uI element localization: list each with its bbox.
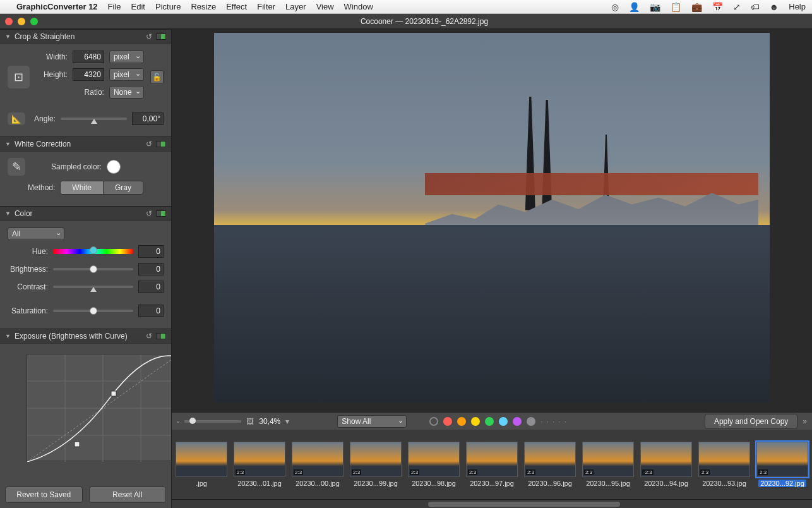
expand-icon[interactable]: ⤢ [733, 2, 741, 12]
thumbnail-image[interactable]: 2:3 [466, 442, 518, 477]
hue-slider[interactable] [53, 249, 133, 254]
panel-header-color[interactable]: ▼ Color ↺ [0, 206, 171, 221]
disclosure-icon[interactable]: ▼ [5, 33, 11, 40]
window-zoom-button[interactable] [30, 18, 38, 25]
panel-header-white[interactable]: ▼ White Correction ↺ [0, 136, 171, 152]
thumbnail-image[interactable]: 2:3 [350, 442, 402, 477]
thumbnail-item[interactable]: 2:320230...98.jpg [408, 442, 460, 487]
disclosure-icon[interactable]: ▼ [5, 333, 11, 339]
thumbnail-image[interactable]: 2:3 [292, 442, 343, 477]
thumbnail-image[interactable]: 2:3 [582, 442, 634, 477]
thumb-size-slider[interactable] [184, 420, 241, 423]
thumbnail-item[interactable]: 2:320230...92.jpg [756, 442, 808, 487]
panel-toggle[interactable] [156, 141, 166, 147]
menu-help[interactable]: Help [789, 2, 806, 11]
revert-button[interactable]: Revert to Saved [5, 487, 83, 503]
thumbnail-item[interactable]: 2:320230...95.jpg [582, 442, 634, 487]
menu-edit[interactable]: Edit [131, 2, 145, 11]
thumbnail-item[interactable]: .jpg [176, 442, 227, 487]
camera-icon[interactable]: 📷 [650, 2, 660, 12]
menu-layer[interactable]: Layer [285, 2, 306, 11]
label-purple[interactable] [513, 417, 522, 426]
thumbnail-image[interactable]: 2:3 [234, 442, 285, 477]
height-input[interactable] [73, 68, 104, 81]
height-unit-select[interactable]: pixel [109, 68, 144, 81]
menu-window[interactable]: Window [344, 2, 373, 11]
label-gray[interactable] [527, 417, 535, 426]
ratio-select[interactable]: None [109, 86, 144, 99]
angle-slider[interactable] [61, 118, 127, 120]
label-red[interactable] [443, 417, 452, 426]
hue-input[interactable] [138, 245, 164, 258]
disclosure-icon[interactable]: ▼ [5, 141, 11, 147]
brightness-input[interactable] [138, 263, 164, 275]
rating-dots[interactable]: ····· [540, 417, 570, 426]
menu-effect[interactable]: Effect [226, 2, 247, 11]
label-yellow[interactable] [471, 417, 480, 426]
contrast-slider[interactable] [53, 286, 133, 288]
contrast-input[interactable] [138, 281, 164, 293]
menu-filter[interactable]: Filter [257, 2, 275, 11]
brightness-slider[interactable] [53, 268, 133, 270]
thumbnail-image[interactable]: 2:3 [756, 442, 808, 477]
thumbnail-item[interactable]: 2:320230...99.jpg [350, 442, 402, 487]
saturation-input[interactable] [138, 305, 164, 317]
zoom-dropdown-icon[interactable]: ▾ [285, 417, 289, 426]
panel-header-exposure[interactable]: ▼ Exposure (Brightness with Curve) ↺ [0, 329, 171, 344]
method-gray-button[interactable]: Gray [103, 181, 143, 194]
thumbnail-item[interactable]: 2:320230...97.jpg [466, 442, 518, 487]
reset-icon[interactable]: ↺ [146, 32, 152, 41]
width-unit-select[interactable]: pixel [109, 51, 144, 63]
label-blue[interactable] [499, 417, 508, 426]
method-segmented[interactable]: White Gray [60, 181, 143, 195]
thumbnail-item[interactable]: 2:320230...01.jpg [234, 442, 285, 487]
thumbnail-image[interactable]: -2:3 [640, 442, 692, 477]
thumbnail-image[interactable]: 2:3 [698, 442, 750, 477]
curve-editor[interactable] [27, 354, 172, 461]
thumbnail-item[interactable]: 2:320230...93.jpg [698, 442, 750, 487]
panel-header-crop[interactable]: ▼ Crop & Straighten ↺ [0, 29, 171, 44]
crop-tool-icon[interactable]: ⊡ [8, 66, 30, 88]
sampled-color-swatch[interactable] [107, 160, 121, 174]
reset-icon[interactable]: ↺ [146, 209, 152, 218]
filter-select[interactable]: Show All [337, 415, 407, 428]
lock-aspect-button[interactable]: 🔓 [150, 70, 164, 84]
thumbnail-item[interactable]: 2:320230...00.jpg [292, 442, 343, 487]
thumbnail-image[interactable]: 2:3 [524, 442, 576, 477]
face-icon[interactable]: ☻ [770, 2, 779, 12]
more-icon[interactable]: » [803, 417, 807, 426]
thumbnail-item[interactable]: 2:320230...96.jpg [524, 442, 576, 487]
calendar-icon[interactable]: 📅 [712, 2, 723, 12]
reset-icon[interactable]: ↺ [146, 140, 152, 148]
image-preview[interactable] [172, 29, 812, 412]
thumbnail-image[interactable]: 2:3 [408, 442, 460, 477]
reset-all-button[interactable]: Reset All [89, 487, 167, 503]
menu-file[interactable]: File [108, 2, 121, 11]
menu-resize[interactable]: Resize [191, 2, 216, 11]
label-none[interactable] [429, 417, 438, 426]
thumbnail-item[interactable]: -2:320230...94.jpg [640, 442, 692, 487]
angle-input[interactable] [132, 112, 164, 125]
eyedropper-icon[interactable]: ✎ [8, 158, 25, 176]
window-close-button[interactable] [5, 18, 13, 25]
saturation-slider[interactable] [53, 310, 133, 312]
panel-toggle[interactable] [156, 333, 166, 339]
thumbnail-strip[interactable]: .jpg2:320230...01.jpg2:320230...00.jpg2:… [172, 430, 812, 499]
menu-picture[interactable]: Picture [155, 2, 181, 11]
thumbnail-image[interactable] [176, 442, 227, 477]
user-icon[interactable]: 👤 [629, 2, 640, 12]
zoom-display[interactable]: 30,4% [259, 417, 280, 426]
panel-toggle[interactable] [156, 210, 166, 217]
label-orange[interactable] [457, 417, 466, 426]
reset-icon[interactable]: ↺ [146, 332, 152, 341]
tag-icon[interactable]: 🏷 [751, 2, 760, 12]
app-menu[interactable]: GraphicConverter 12 [16, 2, 98, 11]
color-channel-select[interactable]: All [8, 227, 64, 240]
apply-open-copy-button[interactable]: Apply and Open Copy [705, 414, 797, 429]
width-input[interactable] [73, 51, 104, 63]
panel-toggle[interactable] [156, 33, 166, 40]
horizontal-scrollbar[interactable] [172, 499, 812, 508]
briefcase-icon[interactable]: 💼 [691, 2, 702, 12]
disclosure-icon[interactable]: ▼ [5, 210, 11, 217]
target-icon[interactable]: ◎ [611, 2, 619, 12]
